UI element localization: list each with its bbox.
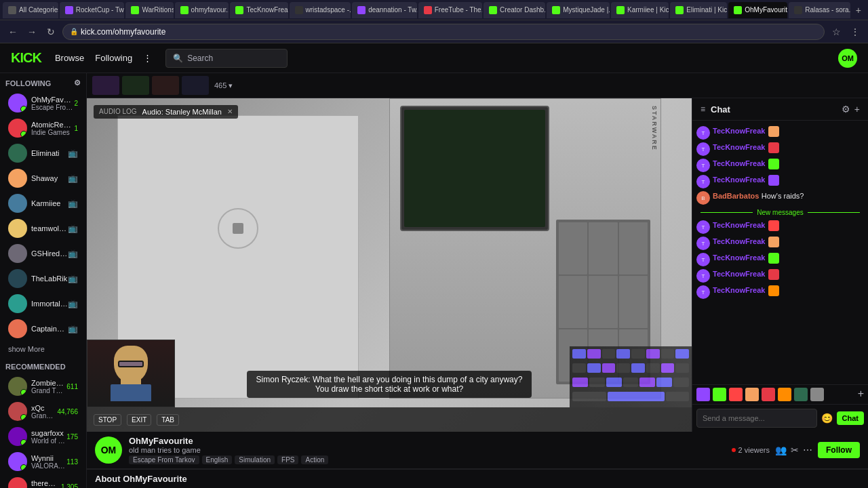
chat-input[interactable] xyxy=(696,409,817,428)
chat-username-9: TecKnowFreak xyxy=(713,270,765,278)
chat-expand-icon[interactable]: + xyxy=(854,104,860,115)
sidebar-viewers-atomicredman: 1 xyxy=(74,125,78,132)
tab-tecknowfreak[interactable]: TecKnowFreak xyxy=(230,2,288,18)
menu-button[interactable]: ⋮ xyxy=(848,24,863,39)
tab-all-categories[interactable]: All Categories xyxy=(3,2,58,18)
channel-thumb-4[interactable] xyxy=(182,76,209,95)
emote-icon-7[interactable] xyxy=(794,388,808,401)
back-button[interactable]: ← xyxy=(5,24,20,39)
nav-browse[interactable]: Browse xyxy=(55,50,84,66)
tab-button[interactable]: TAB xyxy=(157,414,179,426)
forward-button[interactable]: → xyxy=(24,24,39,39)
stream-tag-action[interactable]: Action xyxy=(301,455,328,464)
chat-message-4: T TecKnowFreak xyxy=(696,174,864,190)
nav-more[interactable]: ⋮ xyxy=(143,50,152,66)
more-icon[interactable]: ⋯ xyxy=(803,445,812,455)
tab-warritions[interactable]: WarRitions xyxy=(125,2,173,18)
tab-mystiquejode[interactable]: MystiqueJade |... xyxy=(547,2,610,18)
sidebar-item-zombiebariicades[interactable]: ZombieBariicades Grand Theft Auto... 611 xyxy=(3,374,83,399)
stream-tag-english[interactable]: English xyxy=(202,455,233,464)
sidebar-name-atomicredman: AtomicRedman xyxy=(31,121,73,129)
tab-creator-dash[interactable]: Creator Dashb... xyxy=(484,2,545,18)
stream-tag-game[interactable]: Escape From Tarkov xyxy=(129,455,199,464)
sidebar-item-wynnii[interactable]: Wynnii VALORANT 113 xyxy=(3,449,83,474)
recommended-section-title: Recommended xyxy=(0,357,86,373)
sidebar-avatar-xqc xyxy=(8,402,27,421)
sidebar-name-teamwolfpack: teamwolfpack xyxy=(31,224,68,232)
following-settings-icon[interactable]: ⚙ xyxy=(74,79,81,87)
chat-emoji-icon[interactable]: 😊 xyxy=(821,413,833,424)
user-avatar[interactable]: OM xyxy=(838,49,857,68)
channel-thumb-3[interactable] xyxy=(152,76,179,95)
emote-icon-1[interactable] xyxy=(696,388,710,401)
sidebar-item-atomicredman[interactable]: AtomicRedman Indie Games 1 xyxy=(3,116,83,140)
sidebar-game-atomicredman: Indie Games xyxy=(31,129,73,136)
chat-message-5: B BadBarbatos How's raids? xyxy=(696,190,864,206)
clip-icon[interactable]: ✂ xyxy=(791,445,799,455)
share-icon[interactable]: 👥 xyxy=(775,445,787,455)
about-section: About OhMyFavourite xyxy=(87,469,868,488)
emote-icon-3[interactable] xyxy=(729,388,743,401)
face-shape xyxy=(114,346,148,383)
follow-button[interactable]: Follow xyxy=(818,442,860,458)
header-search[interactable]: 🔍 Search xyxy=(165,49,288,68)
chat-send-button[interactable]: Chat xyxy=(837,411,864,425)
bookmark-button[interactable]: ☆ xyxy=(829,24,844,39)
keyboard-overlay xyxy=(570,346,692,407)
sidebar-item-shaway[interactable]: Shaway 📺 xyxy=(3,166,83,190)
sidebar-name-wynnii: Wynnii xyxy=(31,454,65,462)
stop-button[interactable]: STOP xyxy=(94,414,121,426)
channel-thumb-1[interactable] xyxy=(92,76,119,95)
video-section[interactable]: STARWARE xyxy=(87,98,692,432)
stream-actions: 👥 ✂ ⋯ xyxy=(775,445,812,455)
stream-tag-fps[interactable]: FPS xyxy=(277,455,298,464)
sidebar-item-xqc[interactable]: xQc Grand Theft A... 44,766 xyxy=(3,399,83,424)
sidebar-item-thelabrik[interactable]: TheLabRik 📺 xyxy=(3,266,83,291)
sidebar-item-ohmyfavourite[interactable]: OhMyFavourite Escape From Tarkov 2 xyxy=(3,91,83,115)
tab-ohmyfavourite-active[interactable]: OhMyFavourite xyxy=(728,2,787,18)
tab-wristadspace[interactable]: wristadspace -... xyxy=(290,2,351,18)
sidebar-item-karmiiee[interactable]: Karmiiee 📺 xyxy=(3,191,83,216)
stream-tag-simulation[interactable]: Simulation xyxy=(235,455,275,464)
sidebar-item-eliminati[interactable]: Eliminati 📺 xyxy=(3,141,83,165)
tab-rocketcup[interactable]: RocketCup - Tw... xyxy=(60,2,125,18)
exit-button[interactable]: EXIT xyxy=(127,414,151,426)
sidebar-item-gshiredgun[interactable]: GSHiredGun 📺 xyxy=(3,241,83,266)
refresh-button[interactable]: ↻ xyxy=(43,24,58,39)
emote-icon-6[interactable] xyxy=(778,388,791,401)
channel-thumb-2[interactable] xyxy=(122,76,149,95)
tab-deannation[interactable]: deannation - Tw... xyxy=(352,2,417,18)
chat-settings-icon[interactable]: ⚙ xyxy=(842,104,850,115)
sidebar-item-immortalflam3[interactable]: ImmortalFlam3 📺 xyxy=(3,291,83,316)
emote-icon-5[interactable] xyxy=(762,388,775,401)
sidebar-item-sugarfoxx[interactable]: sugarfoxx World of Warcraft 175 xyxy=(3,424,83,449)
tab-ohmyfavour[interactable]: ohmyfavour... xyxy=(175,2,229,18)
keyboard-row-2 xyxy=(572,363,689,376)
address-bar[interactable]: 🔒 kick.com/ohmyfavourite xyxy=(62,24,825,40)
search-placeholder: Search xyxy=(187,54,213,63)
chat-username-2: TecKnowFreak xyxy=(713,143,765,151)
keyboard-row-3 xyxy=(572,378,689,390)
tab-ralasas[interactable]: Ralasas - sora... xyxy=(789,2,850,18)
emote-icon-8[interactable] xyxy=(810,388,824,401)
chat-expand-emotes[interactable]: + xyxy=(858,388,864,401)
tab-karmiiee[interactable]: Karmiiee | Kick xyxy=(611,2,669,18)
emote-icon-4[interactable] xyxy=(745,388,759,401)
sidebar-item-therealmoisesb[interactable]: therealmoisesb Call of Duty Mode... 1,30… xyxy=(3,474,83,488)
chat-emote-9 xyxy=(768,269,779,280)
tab-freetube[interactable]: FreeTube - The... xyxy=(418,2,482,18)
stream-meta: 2 viewers 👥 ✂ ⋯ Follow xyxy=(732,442,860,458)
sidebar-viewers-xqc: 44,766 xyxy=(57,408,78,415)
sidebar-item-captaincollins[interactable]: CaptainCollins 📺 xyxy=(3,317,83,341)
sidebar-viewers-ohmyfavourite: 2 xyxy=(74,100,78,107)
audio-close-icon[interactable]: ✕ xyxy=(227,108,233,116)
sidebar-item-teamwolfpack[interactable]: teamwolfpack 📺 xyxy=(3,216,83,241)
audio-log-bar: AUDIO LOG Audio: Stanley McMillan ✕ xyxy=(94,105,238,119)
show-more-button[interactable]: show More xyxy=(3,342,83,356)
address-text: kick.com/ohmyfavourite xyxy=(81,27,165,37)
emote-icon-2[interactable] xyxy=(713,388,726,401)
chat-avatar-3: T xyxy=(696,159,710,172)
nav-following[interactable]: Following xyxy=(95,50,132,66)
new-tab-button[interactable]: + xyxy=(852,5,865,16)
tab-eliminati[interactable]: Eliminati | Kick xyxy=(670,2,727,18)
